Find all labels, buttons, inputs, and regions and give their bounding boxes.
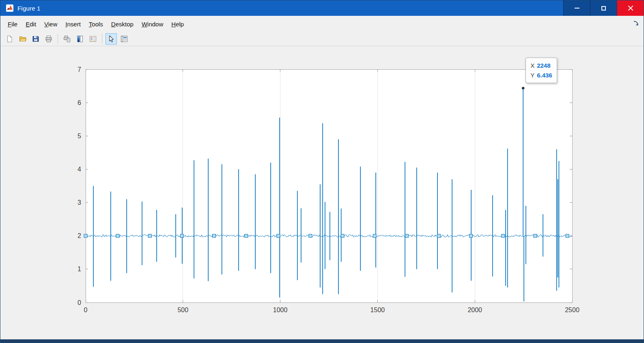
menu-item-view[interactable]: View: [40, 18, 61, 30]
toolbar-separator: [102, 34, 102, 44]
save-figure-button[interactable]: [30, 33, 41, 45]
close-icon: [628, 5, 633, 11]
menu-item-tools[interactable]: Tools: [85, 18, 107, 30]
svg-text:500: 500: [177, 307, 188, 313]
figure-window: Figure 1 File Edit View Insert Tools Des…: [0, 0, 644, 343]
data-tip-x-value: 2248: [537, 62, 550, 69]
matlab-icon[interactable]: [6, 4, 14, 12]
new-figure-button[interactable]: [4, 33, 15, 45]
plot-browser-icon: [120, 35, 128, 43]
print-preview-button[interactable]: [61, 33, 73, 45]
svg-text:7: 7: [78, 66, 81, 73]
open-file-button[interactable]: [17, 33, 28, 45]
menu-item-desktop[interactable]: Desktop: [107, 18, 138, 30]
new-figure-icon: [6, 35, 14, 43]
maximize-button[interactable]: [590, 0, 617, 16]
toolbar-separator: [58, 34, 58, 44]
maximize-icon: [601, 6, 606, 11]
insert-colorbar-button[interactable]: [74, 33, 86, 45]
svg-text:1500: 1500: [370, 307, 385, 313]
title-bar: Figure 1: [0, 0, 644, 16]
svg-text:2000: 2000: [467, 307, 482, 313]
menu-bar: File Edit View Insert Tools Desktop Wind…: [0, 16, 644, 32]
print-figure-icon: [45, 35, 53, 43]
insert-colorbar-icon: [76, 35, 84, 43]
menu-item-edit[interactable]: Edit: [22, 18, 40, 30]
menu-item-window[interactable]: Window: [138, 18, 167, 30]
data-tip-y-value: 6.436: [537, 72, 552, 79]
axes-plot[interactable]: 0500100015002000250001234567: [0, 46, 644, 340]
figure-toolbar: [0, 32, 644, 46]
insert-legend-button[interactable]: [87, 33, 99, 45]
plot-browser-button[interactable]: [118, 33, 130, 45]
svg-text:0: 0: [78, 299, 81, 306]
data-tip[interactable]: X2248 Y6.436: [526, 58, 557, 83]
window-controls: [563, 0, 644, 16]
data-tip-x-row: X2248: [530, 61, 552, 71]
dock-figure-button[interactable]: [632, 19, 640, 28]
svg-text:1: 1: [78, 266, 81, 272]
figure-canvas[interactable]: 0500100015002000250001234567 X2248 Y6.43…: [0, 46, 644, 340]
edit-plot-cursor-icon: [107, 35, 115, 43]
open-file-icon: [19, 35, 27, 43]
menu-item-help[interactable]: Help: [167, 18, 188, 30]
menu-item-file[interactable]: File: [4, 18, 22, 30]
menu-item-insert[interactable]: Insert: [61, 18, 85, 30]
data-tip-y-label: Y: [530, 72, 534, 79]
minimize-button[interactable]: [563, 0, 590, 16]
svg-text:3: 3: [78, 199, 81, 206]
save-figure-icon: [32, 35, 40, 43]
svg-text:2500: 2500: [565, 307, 579, 313]
close-button[interactable]: [617, 0, 644, 16]
window-bottom-edge: [0, 339, 644, 343]
minimize-icon: [575, 8, 579, 9]
print-preview-icon: [63, 35, 71, 43]
data-tip-x-label: X: [530, 62, 534, 69]
window-title: Figure 1: [17, 5, 41, 12]
data-tip-y-row: Y6.436: [530, 71, 552, 80]
dock-figure-icon: [632, 19, 640, 28]
print-figure-button[interactable]: [43, 33, 54, 45]
svg-text:5: 5: [78, 133, 81, 139]
svg-text:2: 2: [78, 232, 81, 239]
svg-text:1000: 1000: [273, 307, 288, 313]
svg-text:6: 6: [78, 99, 81, 106]
insert-legend-icon: [89, 35, 97, 43]
svg-text:0: 0: [84, 307, 88, 313]
svg-text:4: 4: [78, 166, 81, 173]
edit-plot-button[interactable]: [106, 33, 117, 45]
